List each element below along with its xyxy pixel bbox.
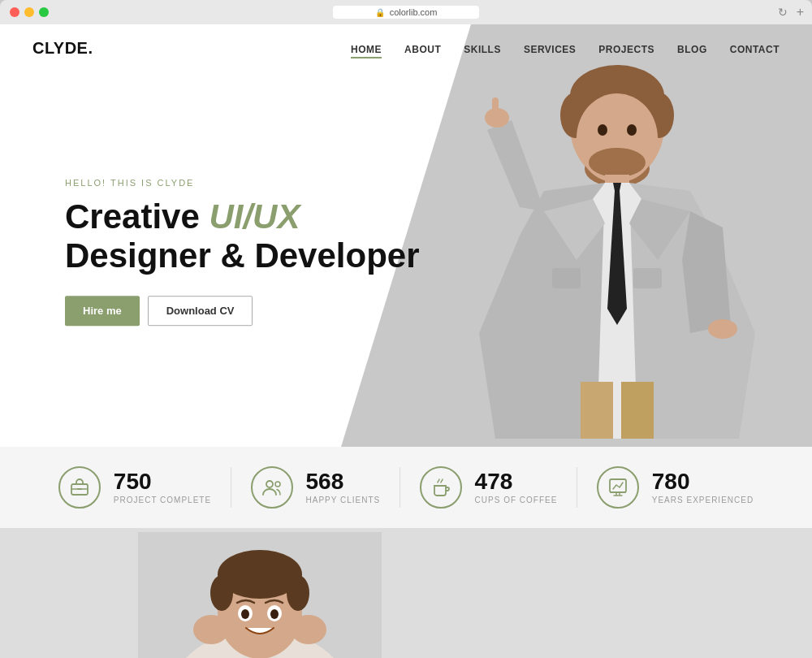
stat-clients-icon bbox=[251, 466, 293, 509]
stat-projects-icon bbox=[58, 466, 101, 509]
hero-content: HELLO! THIS IS CLYDE Creative UI/UX Desi… bbox=[65, 178, 420, 326]
about-preview-section bbox=[0, 528, 812, 658]
nav-item-projects[interactable]: PROJECTS bbox=[598, 41, 654, 56]
stats-bar: 750 PROJECT COMPLETE 568 HAPPY CLIENTS bbox=[0, 447, 812, 528]
hire-me-button[interactable]: Hire me bbox=[65, 296, 140, 326]
svg-point-48 bbox=[241, 609, 249, 619]
nav-item-home[interactable]: HOME bbox=[351, 41, 382, 56]
svg-rect-21 bbox=[633, 268, 662, 288]
stat-clients-label: HAPPY CLIENTS bbox=[306, 496, 381, 504]
svg-rect-23 bbox=[621, 382, 654, 439]
stat-experience-label: YEARS EXPERIENCED bbox=[652, 496, 754, 504]
minimize-dot[interactable] bbox=[24, 7, 34, 17]
svg-rect-17 bbox=[492, 97, 499, 122]
svg-point-31 bbox=[266, 481, 273, 487]
stat-projects-label: PROJECT COMPLETE bbox=[114, 496, 211, 504]
address-bar[interactable]: 🔒 colorlib.com bbox=[333, 6, 479, 19]
headline-line2: Designer & Developer bbox=[65, 237, 420, 275]
nav-link-skills[interactable]: SKILLS bbox=[464, 44, 501, 55]
stat-experience-text: 780 YEARS EXPERIENCED bbox=[652, 470, 754, 504]
stat-clients: 568 HAPPY CLIENTS bbox=[251, 466, 381, 509]
svg-point-32 bbox=[275, 482, 280, 487]
stat-projects-number: 750 bbox=[114, 470, 211, 493]
svg-marker-18 bbox=[682, 211, 731, 333]
nav-item-services[interactable]: SERVICES bbox=[524, 41, 576, 56]
stat-coffee: 478 CUPS OF COFFEE bbox=[420, 466, 558, 509]
download-cv-button[interactable]: Download CV bbox=[148, 296, 253, 326]
new-tab-icon[interactable]: + bbox=[797, 5, 804, 19]
users-icon bbox=[261, 477, 283, 498]
coffee-icon bbox=[430, 477, 451, 498]
nav-item-about[interactable]: ABOUT bbox=[404, 41, 441, 56]
svg-marker-15 bbox=[487, 120, 544, 211]
refresh-icon[interactable]: ↻ bbox=[778, 6, 788, 19]
stat-projects: 750 PROJECT COMPLETE bbox=[58, 466, 211, 509]
stat-experience-number: 780 bbox=[652, 470, 754, 493]
stat-clients-text: 568 HAPPY CLIENTS bbox=[306, 470, 381, 504]
lock-icon: 🔒 bbox=[375, 8, 385, 17]
nav-link-services[interactable]: SERVICES bbox=[524, 44, 576, 55]
hero-buttons: Hire me Download CV bbox=[65, 296, 420, 326]
stat-coffee-label: CUPS OF COFFEE bbox=[475, 496, 558, 504]
site-logo[interactable]: CLYDE. bbox=[32, 39, 93, 58]
maximize-dot[interactable] bbox=[39, 7, 49, 17]
close-dot[interactable] bbox=[10, 7, 19, 17]
nav-link-projects[interactable]: PROJECTS bbox=[598, 44, 654, 55]
svg-point-8 bbox=[589, 148, 646, 177]
svg-rect-20 bbox=[552, 268, 581, 288]
svg-point-51 bbox=[291, 615, 326, 644]
stat-clients-number: 568 bbox=[306, 470, 381, 493]
stat-divider-2 bbox=[400, 467, 400, 508]
chart-icon bbox=[607, 477, 628, 498]
about-person-image bbox=[138, 532, 382, 658]
website-container: CLYDE. HOME ABOUT SKILLS SERVICES PROJEC… bbox=[0, 24, 812, 658]
svg-rect-22 bbox=[581, 382, 613, 439]
briefcase-icon bbox=[69, 477, 90, 498]
nav-link-contact[interactable]: CONTACT bbox=[730, 44, 780, 55]
nav-link-blog[interactable]: BLOG bbox=[677, 44, 707, 55]
svg-point-19 bbox=[708, 319, 737, 339]
headline-accent: UI/UX bbox=[209, 197, 300, 236]
nav-link-about[interactable]: ABOUT bbox=[404, 44, 441, 55]
svg-point-7 bbox=[627, 124, 637, 136]
hero-person-image bbox=[455, 49, 763, 447]
hero-section: HELLO! THIS IS CLYDE Creative UI/UX Desi… bbox=[0, 24, 812, 447]
svg-point-44 bbox=[210, 575, 233, 611]
stat-experience-icon bbox=[597, 466, 639, 509]
stat-coffee-number: 478 bbox=[475, 470, 558, 493]
main-nav: CLYDE. HOME ABOUT SKILLS SERVICES PROJEC… bbox=[0, 24, 812, 72]
nav-item-contact[interactable]: CONTACT bbox=[730, 41, 780, 56]
stat-projects-text: 750 PROJECT COMPLETE bbox=[114, 470, 211, 504]
stat-divider-3 bbox=[577, 467, 577, 508]
svg-point-49 bbox=[270, 609, 279, 619]
browser-chrome: 🔒 colorlib.com ↻ + bbox=[0, 0, 812, 24]
hero-eyebrow: HELLO! THIS IS CLYDE bbox=[65, 178, 420, 188]
stat-divider-1 bbox=[231, 467, 231, 508]
svg-point-50 bbox=[193, 615, 229, 644]
nav-item-skills[interactable]: SKILLS bbox=[464, 41, 501, 56]
nav-links: HOME ABOUT SKILLS SERVICES PROJECTS BLOG… bbox=[351, 41, 780, 56]
nav-item-blog[interactable]: BLOG bbox=[677, 41, 707, 56]
hero-headline: Creative UI/UX Designer & Developer bbox=[65, 197, 420, 276]
browser-dots bbox=[10, 7, 49, 17]
stat-coffee-text: 478 CUPS OF COFFEE bbox=[475, 470, 558, 504]
headline-line1: Creative UI/UX bbox=[65, 197, 300, 236]
nav-link-home[interactable]: HOME bbox=[351, 44, 382, 58]
url-text: colorlib.com bbox=[390, 7, 438, 17]
svg-point-45 bbox=[287, 575, 309, 611]
stat-experience: 780 YEARS EXPERIENCED bbox=[597, 466, 754, 509]
stat-coffee-icon bbox=[420, 466, 462, 509]
svg-point-6 bbox=[598, 124, 607, 136]
